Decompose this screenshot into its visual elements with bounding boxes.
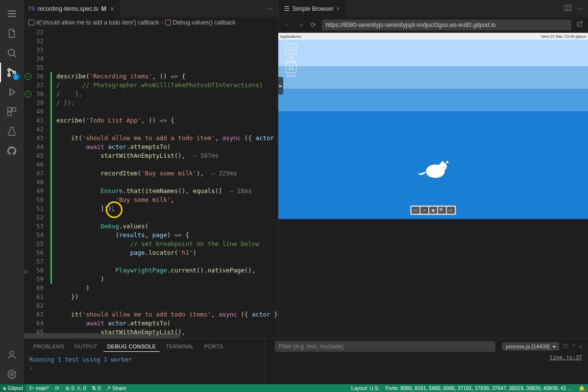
svg-point-0	[8, 49, 14, 56]
panel-tab-terminal[interactable]: TERMINAL	[162, 342, 198, 351]
svg-point-8	[10, 373, 13, 376]
tab-overflow-icon[interactable]: ⋯	[262, 0, 278, 17]
svg-point-13	[443, 167, 444, 168]
forward-icon[interactable]: →	[296, 20, 305, 29]
split-editor-icon[interactable]	[564, 4, 572, 13]
dock-search-icon[interactable]: 🔍	[438, 207, 446, 214]
source-control-icon[interactable]: 1	[0, 63, 24, 82]
scm-badge: 1	[13, 74, 20, 80]
menu-icon[interactable]	[0, 4, 24, 24]
svg-point-2	[8, 74, 10, 76]
search-icon[interactable]	[0, 43, 24, 63]
tab-close-icon[interactable]: ×	[337, 5, 340, 12]
explorer-icon[interactable]	[0, 24, 24, 43]
ports-forwarded[interactable]: ⇅ 0	[89, 384, 103, 392]
chevron-right-icon: ›	[161, 19, 163, 26]
svg-point-7	[10, 351, 13, 355]
svg-point-1	[8, 69, 10, 71]
code-editor[interactable]: 223233343536✓3738✓3940414243444546474849…	[24, 28, 278, 338]
editor-tab[interactable]: TS recording-items.spec.ts M ×	[24, 0, 121, 17]
simple-browser: ☲ Simple Browser × ⋯ ← → ⟳ https://6080-…	[278, 0, 588, 338]
panel-tabs: PROBLEMSOUTPUTDEBUG CONSOLETERMINALPORTS	[24, 339, 265, 354]
activity-bar: 1	[0, 0, 24, 384]
horizontal-scrollbar[interactable]	[24, 333, 278, 338]
open-external-icon[interactable]	[576, 21, 583, 29]
back-icon[interactable]: ←	[283, 20, 292, 29]
panel-tab-ports[interactable]: PORTS	[200, 342, 227, 351]
svg-point-16	[32, 388, 33, 389]
git-branch[interactable]: main*	[26, 384, 52, 392]
dock-browser-icon[interactable]: ◉	[429, 207, 437, 214]
vnc-side-handle[interactable]: ▶	[278, 77, 283, 95]
code-lines[interactable]: I describe('Recording items', () => {/ /…	[50, 28, 278, 338]
text-cursor-icon: I	[111, 204, 114, 213]
test-icon[interactable]	[0, 122, 24, 141]
settings-icon[interactable]	[0, 365, 24, 384]
editor-group: TS recording-items.spec.ts M × ⋯ it('sho…	[24, 0, 278, 338]
svg-rect-4	[7, 108, 11, 111]
globe-icon: ☲	[284, 5, 290, 12]
reload-icon[interactable]: ⟳	[310, 20, 317, 29]
notifications-icon[interactable]: 🔔	[576, 384, 588, 392]
tab-modified: M	[101, 5, 106, 12]
desktop-dock[interactable]: ▭ ▪ ◉ 🔍 ▭	[410, 205, 456, 215]
desktop-menubar[interactable]: Applications Wed 22 Mar, 23:48 gitpod	[278, 33, 588, 40]
console-filter-input[interactable]: Filter (e.g. text, !exclude)	[275, 341, 495, 352]
panel: PROBLEMSOUTPUTDEBUG CONSOLETERMINALPORTS…	[24, 338, 588, 384]
tab-filename: recording-items.spec.ts	[38, 5, 98, 12]
more-icon[interactable]: ⋯	[577, 5, 583, 12]
chevron-up-icon[interactable]: ⌃	[572, 343, 576, 350]
breadcrumb[interactable]: it('should allow me to add a todo item')…	[24, 17, 278, 28]
svg-rect-10	[289, 48, 293, 50]
vnc-desktop[interactable]: Applications Wed 22 Mar, 23:48 gitpod ▶ …	[278, 33, 588, 219]
svg-point-15	[30, 389, 31, 390]
xfce-mouse-logo	[416, 158, 450, 181]
url-input[interactable]: https://6080-serenityjs-serenityjspl-vnd…	[322, 20, 571, 30]
keyboard-layout[interactable]: Layout: U.S.	[348, 384, 383, 392]
svg-point-14	[30, 386, 31, 387]
settings-icon[interactable]	[562, 343, 569, 350]
sync-status[interactable]: ⟳	[52, 384, 62, 392]
github-icon[interactable]	[0, 141, 24, 161]
share-button[interactable]: ↗ Share	[103, 384, 129, 392]
console-output-line: Running 1 test using 1 worker	[29, 356, 259, 363]
svg-point-12	[439, 163, 446, 171]
browser-tab[interactable]: ☲ Simple Browser ×	[278, 0, 346, 17]
browser-toolbar: ← → ⟳ https://6080-serenityjs-serenityjs…	[278, 17, 588, 33]
gutter[interactable]: 223233343536✓3738✓3940414243444546474849…	[24, 28, 50, 338]
ts-icon: TS	[28, 6, 35, 11]
panel-tab-debug-console[interactable]: DEBUG CONSOLE	[103, 342, 160, 352]
panel-tab-output[interactable]: OUTPUT	[71, 342, 101, 351]
dock-folder-icon[interactable]: ▭	[447, 207, 455, 214]
close-icon[interactable]: ×	[579, 343, 582, 349]
desktop-icon-home[interactable]: Home	[283, 62, 299, 77]
editor-tabs: TS recording-items.spec.ts M × ⋯	[24, 0, 278, 17]
dock-files-icon[interactable]: ▭	[412, 207, 419, 214]
symbol-icon	[165, 20, 171, 25]
debug-process-select[interactable]: process.js [14439]	[502, 343, 559, 350]
svg-rect-6	[7, 112, 11, 116]
symbol-icon	[28, 20, 34, 25]
dock-terminal-icon[interactable]: ▪	[420, 207, 428, 214]
debug-icon[interactable]	[0, 82, 24, 102]
problems-status[interactable]: ⊘0 ⚠0	[62, 384, 89, 392]
desktop-icon-filesystem[interactable]: File System	[283, 44, 299, 62]
console-prompt[interactable]: ›	[29, 365, 259, 372]
ports-list[interactable]: Ports: 8080, 8181, 5900, 6080, 37191, 37…	[383, 384, 576, 392]
status-bar: ⎈ Gitpod main* ⟳ ⊘0 ⚠0 ⇅ 0 ↗ Share Layou…	[0, 384, 588, 392]
gitpod-status[interactable]: ⎈ Gitpod	[0, 384, 26, 392]
svg-rect-5	[12, 108, 15, 111]
extensions-icon[interactable]	[0, 102, 24, 122]
panel-tab-problems[interactable]: PROBLEMS	[29, 342, 69, 351]
browser-viewport[interactable]: Applications Wed 22 Mar, 23:48 gitpod ▶ …	[278, 33, 588, 338]
source-link[interactable]: line.js:37	[265, 354, 588, 361]
tab-close-icon[interactable]: ×	[109, 5, 115, 13]
accounts-icon[interactable]	[0, 345, 24, 365]
